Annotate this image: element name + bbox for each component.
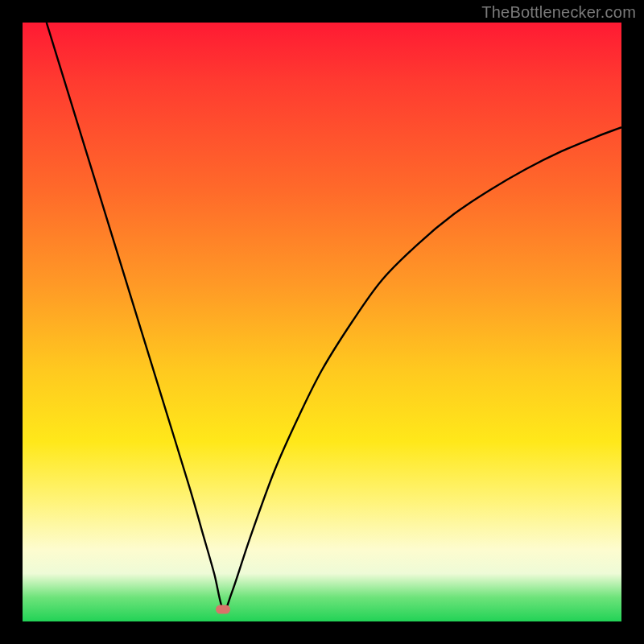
min-marker (216, 605, 230, 614)
curve-line (47, 23, 621, 610)
chart-frame: TheBottlenecker.com (0, 0, 644, 644)
attribution-text: TheBottlenecker.com (481, 3, 636, 22)
chart-plot-area (23, 23, 621, 621)
bottleneck-curve (23, 23, 621, 621)
